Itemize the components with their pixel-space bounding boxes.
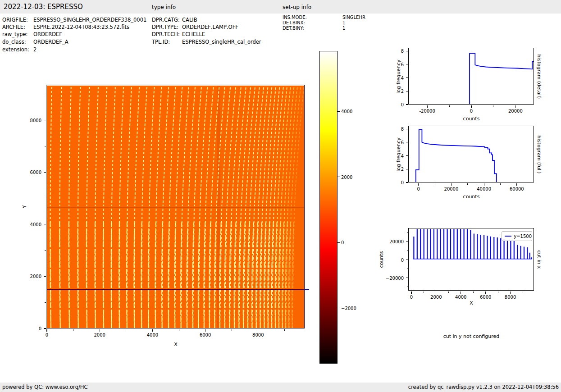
y-minor-tick [407,251,408,251]
x-minor-tick [498,292,498,293]
x-tick-label: 4000 [147,333,158,337]
y-minor-tick [45,94,46,94]
x-tick [471,105,471,108]
y-tick [44,172,46,173]
x-tick [258,329,258,332]
header-bar [0,0,561,14]
legend-label: y=1500 [514,234,532,239]
y-minor-tick [407,232,408,233]
y-tick-label: 4000 [15,222,41,227]
y-tick [406,142,408,142]
meta-label: ORIGFILE: [2,17,28,23]
y-tick-label: 2 [378,167,404,172]
x-minor-tick [448,292,449,293]
y-tick [406,51,408,51]
raw-image-plot [47,86,305,328]
colorbar-tick [338,308,340,308]
meta-label: extension: [2,46,29,53]
histogram-full-xlabel: counts [463,194,480,200]
x-tick-label: 2000 [430,295,442,300]
y-tick-label: 0 [15,326,41,331]
colorbar [319,51,338,364]
colorbar-tick-label: 2000 [341,174,352,179]
meta-value: ESPRE.2022-12-04T08:43:23.572.fits [33,24,129,30]
x-tick [484,183,484,186]
x-minor-tick [73,329,73,331]
x-tick-label: 20000 [444,187,459,191]
meta-value: SINGLEHR [342,15,365,20]
x-tick-label: -20000 [419,109,435,114]
meta-value: 1 [342,20,345,25]
y-minor-tick [45,250,46,251]
x-tick-label: 2000 [94,333,105,337]
x-tick [461,292,461,294]
x-minor-tick [523,292,523,293]
x-tick [436,292,436,294]
y-tick [406,104,408,105]
meta-value: 2 [33,46,36,53]
colorbar-tick-label: 0 [341,240,344,245]
histogram-full-plot [409,127,534,182]
y-tick-label: 8000 [15,118,41,123]
histogram-detail-plot [409,49,534,105]
y-tick [44,224,46,224]
x-tick [485,292,486,294]
y-tick [406,77,408,78]
x-tick [427,105,428,108]
x-tick-label: 0 [417,187,420,191]
x-minor-tick [424,292,424,293]
y-tick [406,242,408,242]
y-tick-label: 6000 [15,170,41,175]
meta-value: ORDERDEF [33,31,62,37]
page-title: 2022-12-03: ESPRESSO [4,3,83,11]
raw-image-ylabel: Y [22,205,27,209]
x-tick-label: 4000 [455,295,466,300]
x-tick [516,183,517,186]
y-tick-label: 0 [378,102,404,107]
y-tick [406,155,408,156]
x-minor-tick [179,329,179,331]
y-tick [44,120,46,120]
y-tick-label: 0 [378,180,404,185]
colorbar-tick [338,242,340,243]
y-tick-label: 8 [378,49,404,54]
meta-label: DPR.TECH: [152,31,180,37]
meta-value: ESPRESSO_SINGLEHR_ORDERDEF338_0001 [33,17,151,23]
x-minor-tick [232,329,232,331]
footer-left-text: powered by QC: www.eso.org/HC [2,384,87,390]
x-tick [451,183,452,186]
cut-in-x-right-label: cut in x [536,251,542,269]
y-tick [406,182,408,182]
y-tick-label: 6 [378,140,404,145]
y-tick [406,169,408,169]
meta-value: CALIB [182,17,197,23]
x-tick [418,183,419,186]
meta-label: DET.BINY: [283,26,304,31]
histogram-detail-xlabel: counts [463,116,480,122]
histogram-full-right-label: histogram (full) [536,136,542,174]
colorbar-tick-label: 4000 [341,109,352,114]
raw-image-xlabel: X [174,342,178,347]
meta-label: ARCFILE: [2,24,25,30]
x-minor-tick [473,292,474,293]
qc-report-page: 2022-12-03: ESPRESSO type info set-up in… [0,0,561,392]
y-minor-tick [45,198,46,198]
y-tick [44,276,46,277]
y-tick [406,260,408,260]
y-tick-label: 20000 [378,239,404,244]
x-tick-label: 8000 [505,295,516,300]
x-tick-label: 6000 [480,295,491,300]
x-tick [515,105,515,108]
cut-in-y-note: cut in y not configured [443,333,500,339]
x-tick-label: 0 [470,109,473,114]
x-minor-tick [500,183,501,185]
y-tick-label: 0 [378,257,404,262]
y-tick-label: 8 [378,127,404,132]
y-tick-label: 4 [378,75,404,80]
colorbar-tick-label: −2000 [341,305,356,310]
y-tick-label: −20000 [378,275,404,280]
meta-value: ESPRESSO_singleHR_cal_order [182,39,261,45]
meta-label: DET.BINX: [283,20,305,25]
meta-label: DPR.TYPE: [152,24,178,30]
meta-value: 1 [342,26,345,31]
